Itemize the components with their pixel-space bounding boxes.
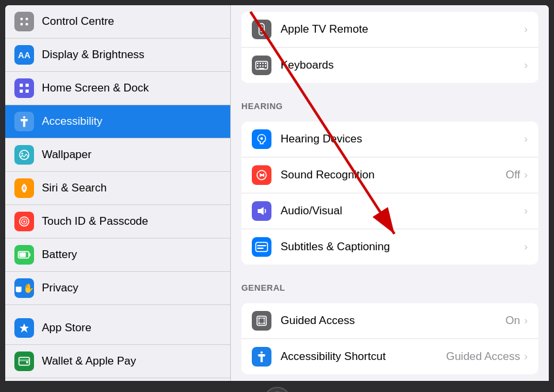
svg-point-46 [260,351,262,353]
guided-access-label: Guided Access [281,314,506,327]
hearing-devices-chevron: › [524,133,528,146]
sidebar-item-touchid[interactable]: Touch ID & Passcode [5,205,230,238]
svg-point-10 [22,153,24,155]
svg-point-8 [23,116,25,118]
row-audio-visual[interactable]: Audio/Visual › [241,193,538,229]
display-icon: AA [14,45,34,65]
sidebar-label-control-centre: Control Centre [42,15,114,28]
accessibility-shortcut-icon [252,347,271,367]
sidebar-item-siri[interactable]: Siri & Search [5,172,230,205]
svg-point-9 [20,150,29,159]
svg-rect-23 [260,29,263,30]
sound-recognition-label: Sound Recognition [281,169,506,182]
row-apple-tv-remote[interactable]: Apple TV Remote › [241,12,538,48]
privacy-icon: ✋ [14,278,34,298]
audio-visual-chevron: › [524,204,528,218]
svg-rect-43 [264,318,265,319]
sidebar-label-battery: Battery [42,248,77,261]
keyboards-label: Keyboards [281,59,524,72]
sidebar-label-accessibility: Accessibility [42,115,103,128]
wallet-icon [14,351,34,371]
accessibility-shortcut-chevron: › [524,350,528,363]
svg-rect-19 [19,359,29,361]
row-guided-access[interactable]: Guided Access On › [241,303,538,339]
row-sound-recognition[interactable]: Sound Recognition Off › [241,157,538,193]
audio-visual-icon [252,201,271,221]
appstore-icon [14,318,34,338]
control-centre-icon [14,12,34,31]
hearing-devices-icon [252,129,271,149]
svg-rect-30 [257,65,258,67]
row-hearing-devices[interactable]: Hearing Devices › [241,122,538,157]
sidebar-label-display: Display & Brightness [42,48,145,61]
svg-rect-34 [259,68,264,69]
sidebar-item-appstore[interactable]: App Store [5,312,230,345]
svg-rect-33 [265,65,266,67]
keyboards-icon [252,56,271,75]
subtitles-chevron: › [524,240,528,253]
sidebar-item-control-centre[interactable]: Control Centre [5,5,230,39]
row-keyboards[interactable]: Keyboards › [241,48,538,83]
sidebar-item-wallet[interactable]: Wallet & Apple Pay [5,345,230,378]
guided-access-icon [252,311,271,331]
sidebar-label-home-screen: Home Screen & Dock [42,82,148,95]
hearing-group: Hearing Devices › Sound Recognition [241,122,538,265]
hearing-section: HEARING Hearing Devices › [231,90,549,265]
hearing-devices-label: Hearing Devices [281,133,524,146]
row-subtitles[interactable]: Subtitles & Captioning › [241,229,538,265]
sidebar-item-accessibility[interactable]: Accessibility [5,105,230,139]
apple-tv-remote-chevron: › [524,23,528,36]
sidebar-label-siri: Siri & Search [42,182,107,195]
subtitles-label: Subtitles & Captioning [281,240,524,253]
general-group: Guided Access On › Accessibili [241,303,538,374]
svg-rect-45 [264,323,265,324]
svg-rect-17 [20,253,26,257]
svg-rect-37 [256,242,268,252]
sidebar-item-wallpaper[interactable]: Wallpaper [5,139,230,172]
svg-rect-20 [26,361,28,363]
row-accessibility-shortcut[interactable]: Accessibility Shortcut Guided Access › [241,339,538,374]
svg-point-11 [23,186,26,190]
main-panel: Apple TV Remote › [231,5,549,381]
home-button[interactable] [264,387,291,392]
svg-point-0 [20,18,23,20]
svg-rect-26 [257,63,258,64]
sidebar-item-battery[interactable]: Battery [5,238,230,272]
svg-point-22 [261,26,263,28]
apple-tv-remote-label: Apple TV Remote [281,23,524,36]
svg-rect-5 [26,84,29,87]
svg-point-14 [24,221,26,223]
sidebar-item-home-screen[interactable]: Home Screen & Dock [5,72,230,105]
svg-rect-16 [29,253,31,257]
sidebar-label-wallpaper: Wallpaper [42,148,92,161]
sidebar: Control Centre AA Display & Brightness [5,5,231,381]
svg-rect-39 [257,248,264,249]
sound-recognition-icon [252,165,271,185]
sidebar-label-appstore: App Store [42,321,92,335]
sidebar-item-privacy[interactable]: ✋ Privacy [5,272,230,305]
accessibility-icon [14,112,34,131]
svg-point-2 [20,23,23,25]
subtitles-icon [252,237,271,257]
hearing-header: HEARING [231,90,549,115]
svg-rect-29 [265,63,266,64]
svg-rect-4 [20,84,23,87]
wallpaper-icon [14,145,34,165]
svg-rect-7 [26,90,29,93]
accessibility-shortcut-label: Accessibility Shortcut [281,350,446,363]
svg-rect-42 [258,318,260,319]
svg-rect-31 [260,65,261,67]
section-general-top: Apple TV Remote › [241,12,538,83]
svg-rect-32 [262,65,264,67]
sidebar-item-display[interactable]: AA Display & Brightness [5,39,230,72]
svg-rect-28 [262,63,264,64]
svg-rect-27 [260,63,261,64]
accessibility-shortcut-value: Guided Access [446,350,520,363]
general-section: GENERAL [231,271,549,374]
touchid-icon [14,212,34,231]
apple-tv-remote-icon [252,20,271,39]
svg-point-35 [260,137,263,140]
home-screen-icon [14,78,34,98]
guided-access-chevron: › [524,314,528,327]
svg-rect-44 [258,323,260,324]
